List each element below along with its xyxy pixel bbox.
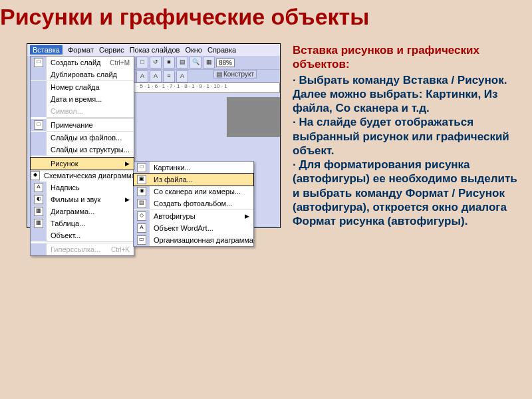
smi-photoalbum[interactable]: ▤Создать фотоальбом... xyxy=(134,198,253,209)
menu-format[interactable]: Формат xyxy=(68,46,94,54)
mi-hyperlink: Гиперссылка...Ctrl+K xyxy=(31,243,134,255)
description-text: Вставка рисунков и графических объектов:… xyxy=(293,43,519,228)
mi-symbol: Символ... xyxy=(31,105,134,117)
chart-icon: ▦ xyxy=(34,207,43,216)
menu-insert[interactable]: Вставка xyxy=(30,45,63,55)
mi-chart[interactable]: ▦Диаграмма... xyxy=(31,205,134,217)
ruler: · 5 · 1 · 6 · 1 · 7 · 1 · 8 · 1 · 9 · 1 … xyxy=(134,82,280,93)
zoom-level[interactable]: 88% xyxy=(216,59,235,67)
menu-window[interactable]: Окно xyxy=(185,46,202,54)
mi-movies-sound[interactable]: ◐Фильмы и звук▶ xyxy=(31,194,134,205)
orgchart-icon: ▭ xyxy=(137,235,146,245)
mi-slide-number[interactable]: Номер слайда xyxy=(31,81,134,93)
from-file-icon: ▣ xyxy=(137,175,146,184)
smi-autoshapes[interactable]: ◇Автофигуры▶ xyxy=(134,210,253,222)
comment-icon: □ xyxy=(34,120,43,130)
picture-submenu: □Картинки... ▣Из файла... ◉Со сканера ил… xyxy=(133,161,254,247)
mi-diagram[interactable]: ◆Схематическая диаграмма... xyxy=(31,170,134,182)
toolbar-icon[interactable]: □ xyxy=(136,57,148,68)
toolbar-icon[interactable]: 🔍 xyxy=(190,57,201,68)
mi-slides-from-files[interactable]: Слайды из файлов... xyxy=(31,132,134,144)
mi-table[interactable]: ▦Таблица... xyxy=(31,217,134,229)
app-screenshot: Вставка Формат Сервис Показ слайдов Окно… xyxy=(27,43,281,228)
toolbar-icon[interactable]: A xyxy=(176,70,188,82)
arrow-icon: ▶ xyxy=(245,213,253,219)
toolbar: □ ↺ ■ ▤ 🔍 ▦ 88% A A ≡ A xyxy=(134,56,280,82)
smi-orgchart[interactable]: ▭Организационная диаграмма xyxy=(134,234,253,246)
toolbar-icon[interactable]: ▤ xyxy=(176,57,188,68)
textbox-icon: A xyxy=(34,183,43,192)
bullet-1: · Выбрать команду Вставка / Рисунок. Дал… xyxy=(293,73,519,116)
smi-wordart[interactable]: AОбъект WordArt... xyxy=(134,222,253,234)
scanner-icon: ◉ xyxy=(137,187,146,196)
movies-icon: ◐ xyxy=(34,195,43,204)
mi-duplicate-slide[interactable]: Дублировать слайд xyxy=(31,68,134,80)
new-slide-icon: □ xyxy=(34,58,43,67)
smi-from-file[interactable]: ▣Из файла... xyxy=(133,173,254,186)
table-icon: ▦ xyxy=(34,219,43,228)
smi-clipart[interactable]: □Картинки... xyxy=(134,162,253,174)
smi-scanner[interactable]: ◉Со сканера или камеры... xyxy=(134,186,253,198)
mi-date-time[interactable]: Дата и время... xyxy=(31,93,134,105)
slide-canvas xyxy=(227,97,280,137)
mi-picture[interactable]: Рисунок▶ xyxy=(30,157,134,170)
autoshapes-icon: ◇ xyxy=(137,211,146,221)
arrow-icon: ▶ xyxy=(125,160,134,167)
toolbar-icon[interactable]: ≡ xyxy=(163,70,175,82)
bullet-2: · На слайде будет отображаться выбранный… xyxy=(293,115,519,158)
mi-textbox[interactable]: AНадпись xyxy=(31,182,134,194)
mi-new-slide[interactable]: □Создать слайдCtrl+M xyxy=(31,57,134,68)
constructor-button[interactable]: ▤ Конструкт xyxy=(213,70,257,78)
constructor-icon: ▤ xyxy=(216,70,222,78)
toolbar-icon[interactable]: A xyxy=(150,70,162,82)
subtitle: Вставка рисунков и графических объектов: xyxy=(293,43,519,72)
mi-slides-from-outline[interactable]: Слайды из структуры... xyxy=(31,144,134,156)
toolbar-icon[interactable]: ↺ xyxy=(150,57,162,68)
menu-tools[interactable]: Сервис xyxy=(99,46,124,54)
clipart-icon: □ xyxy=(137,163,146,172)
constructor-label: Конструкт xyxy=(223,70,254,78)
menu-slideshow[interactable]: Показ слайдов xyxy=(130,46,180,54)
menubar: Вставка Формат Сервис Показ слайдов Окно… xyxy=(27,44,280,56)
insert-menu: □Создать слайдCtrl+M Дублировать слайд Н… xyxy=(30,56,134,256)
toolbar-icon[interactable]: ▦ xyxy=(203,57,215,68)
diagram-icon: ◆ xyxy=(31,171,40,180)
toolbar-icon[interactable]: ■ xyxy=(163,57,175,68)
bullet-3: · Для форматирования рисунка (автофигуры… xyxy=(293,158,519,228)
mi-comment[interactable]: □Примечание xyxy=(31,119,134,131)
photoalbum-icon: ▤ xyxy=(137,199,146,208)
page-title: Рисунки и графические объекты xyxy=(0,0,532,30)
wordart-icon: A xyxy=(137,223,146,233)
menu-help[interactable]: Справка xyxy=(207,46,236,54)
mi-object[interactable]: Объект... xyxy=(31,229,134,241)
toolbar-icon[interactable]: A xyxy=(136,70,148,82)
